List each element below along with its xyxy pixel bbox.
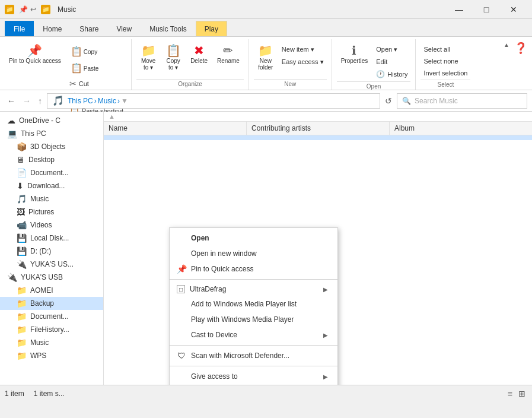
- sidebar-item-yuka-usb[interactable]: 🔌 YUKA'S USB: [0, 271, 103, 284]
- col-album[interactable]: Album: [390, 122, 532, 135]
- ribbon-new-content: 📁 Newfolder New item ▾ Easy access ▾: [254, 39, 327, 78]
- properties-button[interactable]: ℹ Properties: [337, 42, 372, 67]
- ctx-access-arrow: ▶: [323, 373, 328, 380]
- sidebar-item-docs2[interactable]: 📁 Document...: [0, 310, 103, 323]
- path-pc[interactable]: This PC: [68, 97, 93, 105]
- folder-icon: 📁: [5, 5, 14, 14]
- sidebar-item-yuka1[interactable]: 🔌 YUKA'S US...: [0, 258, 103, 271]
- sidebar-item-onedrive[interactable]: ☁ OneDrive - C: [0, 114, 103, 127]
- sidebar-item-desktop[interactable]: 🖥 Desktop: [0, 153, 103, 166]
- up-button[interactable]: ↑: [36, 94, 44, 108]
- onedrive-icon: ☁: [7, 116, 15, 125]
- paste-button[interactable]: 📋 Paste: [66, 61, 103, 76]
- minimize-button[interactable]: —: [445, 0, 473, 19]
- sidebar-item-music2[interactable]: 📁 Music: [0, 336, 103, 349]
- ctx-give-access[interactable]: Give access to ▶: [170, 369, 337, 384]
- large-icons-button[interactable]: ⊞: [517, 387, 527, 400]
- sidebar-item-label: WPS: [30, 352, 46, 360]
- sidebar-item-3dobjects[interactable]: 📦 3D Objects: [0, 140, 103, 153]
- ctx-play-wmp[interactable]: Play with Windows Media Player: [170, 312, 337, 327]
- ribbon-open-content: ℹ Properties Open ▾ Edit 🕐 History: [337, 39, 411, 80]
- open-button[interactable]: Open ▾: [373, 44, 410, 55]
- sidebar-item-label: Local Disk...: [30, 234, 69, 242]
- sidebar-item-downloads[interactable]: ⬇ Download...: [0, 179, 103, 192]
- tab-view[interactable]: View: [107, 21, 141, 36]
- ctx-pin-quick[interactable]: 📌 Pin to Quick access: [170, 261, 337, 277]
- ribbon-collapse[interactable]: ▲ ❓: [499, 39, 532, 90]
- sidebar-item-documents[interactable]: 📄 Document...: [0, 166, 103, 179]
- tab-file[interactable]: File: [5, 21, 34, 36]
- ctx-scan[interactable]: 🛡 Scan with Microsoft Defender...: [170, 348, 337, 363]
- select-all-button[interactable]: Select all: [420, 44, 470, 55]
- col-contributing[interactable]: Contributing artists: [247, 122, 390, 135]
- usb1-icon: 🔌: [17, 259, 27, 269]
- rename-button[interactable]: ✏ Rename: [213, 42, 244, 67]
- ctx-ultra-icon: □: [177, 285, 185, 293]
- sidebar-item-thispc[interactable]: 💻 This PC: [0, 127, 103, 140]
- context-menu: Open Open in new window 📌 Pin to Quick a…: [169, 227, 338, 385]
- sidebar-item-aomei[interactable]: 📁 AOMEI: [0, 284, 103, 297]
- sidebar-item-wps[interactable]: 📁 WPS: [0, 349, 103, 362]
- back-button[interactable]: ←: [5, 94, 18, 108]
- ctx-open-new-window[interactable]: Open in new window: [170, 246, 337, 261]
- tab-play[interactable]: Play: [196, 21, 227, 36]
- refresh-button[interactable]: ↺: [383, 94, 394, 108]
- col-name[interactable]: Name: [104, 122, 247, 135]
- invert-selection-button[interactable]: Invert selection: [420, 68, 470, 78]
- pin-quick-access-button[interactable]: 📌 Pin to Quick access: [5, 42, 65, 68]
- path-music[interactable]: Music: [98, 97, 116, 105]
- forward-button[interactable]: →: [20, 94, 33, 108]
- edit-button[interactable]: Edit: [373, 56, 410, 67]
- new-item-button[interactable]: New item ▾: [279, 44, 327, 55]
- path-chevron-1: ›: [94, 97, 97, 105]
- thispc-icon: 💻: [7, 129, 17, 138]
- ctx-open-icon: [177, 233, 186, 243]
- maximize-button[interactable]: □: [473, 0, 500, 19]
- selected-row[interactable]: [104, 135, 532, 140]
- tab-home[interactable]: Home: [34, 21, 71, 36]
- sidebar-item-backup[interactable]: 📁 Backup: [0, 297, 103, 310]
- tab-share[interactable]: Share: [71, 21, 107, 36]
- sidebar-item-label: Document...: [30, 312, 69, 321]
- search-placeholder: Search Music: [415, 97, 458, 105]
- downloads-icon: ⬇: [17, 181, 24, 191]
- easy-access-label: Easy access ▾: [282, 58, 324, 66]
- sidebar-item-d[interactable]: 💾 D: (D:): [0, 245, 103, 258]
- sidebar-item-music[interactable]: 🎵 Music: [0, 192, 103, 205]
- aomei-icon: 📁: [17, 286, 27, 295]
- easy-access-button[interactable]: Easy access ▾: [279, 56, 327, 68]
- help-icon[interactable]: ❓: [514, 42, 527, 55]
- new-folder-button[interactable]: 📁 Newfolder: [254, 42, 278, 74]
- delete-button[interactable]: ✖ Delete: [186, 42, 212, 67]
- details-view-button[interactable]: ≡: [506, 387, 514, 400]
- sidebar-item-label: D: (D:): [30, 247, 51, 255]
- sidebar-item-label: Videos: [30, 221, 52, 229]
- ctx-add-wmp[interactable]: Add to Windows Media Player list: [170, 296, 337, 312]
- address-path[interactable]: 🎵 This PC › Music › ▼: [47, 93, 380, 109]
- pin-icon: 📌: [27, 45, 42, 56]
- history-button[interactable]: 🕐 History: [373, 68, 410, 80]
- search-box[interactable]: 🔍 Search Music: [397, 93, 527, 109]
- cut-button[interactable]: ✂ Cut: [66, 77, 126, 90]
- sidebar-item-pictures[interactable]: 🖼 Pictures: [0, 205, 103, 218]
- pictures-icon: 🖼: [17, 207, 25, 217]
- ctx-access-label: Give access to: [191, 372, 238, 381]
- copy-button[interactable]: 📋 Copy: [66, 44, 102, 59]
- ctx-cast[interactable]: Cast to Device ▶: [170, 327, 337, 343]
- tab-music-tools[interactable]: Music Tools: [141, 21, 195, 36]
- delete-label: Delete: [190, 58, 208, 64]
- sidebar-item-localdisk[interactable]: 💾 Local Disk...: [0, 232, 103, 245]
- sidebar-item-label: AOMEI: [30, 286, 53, 294]
- sidebar-item-videos[interactable]: 📹 Videos: [0, 218, 103, 232]
- copy-to-button[interactable]: 📋 Copyto ▾: [161, 42, 185, 74]
- move-to-button[interactable]: 📁 Moveto ▾: [136, 42, 160, 74]
- close-button[interactable]: ✕: [500, 0, 527, 19]
- ctx-ultradefrag[interactable]: □ UltraDefrag ▶: [170, 282, 337, 296]
- ctx-svn-checkout[interactable]: 🔧 SVN Checkout...: [170, 384, 337, 385]
- music-icon: 🎵: [17, 194, 27, 204]
- select-none-button[interactable]: Select none: [420, 56, 470, 66]
- copy-to-icon: 📋: [166, 45, 181, 56]
- ribbon-tab-bar: File Home Share View Music Tools Play: [0, 19, 532, 37]
- ctx-open[interactable]: Open: [170, 230, 337, 246]
- sidebar-item-filehistory[interactable]: 📁 FileHistory...: [0, 323, 103, 336]
